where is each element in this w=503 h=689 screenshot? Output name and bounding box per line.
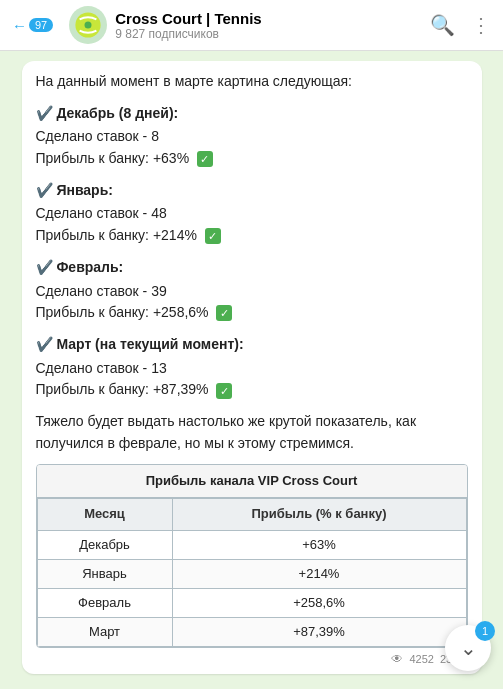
table-cell-profit: +87,39% xyxy=(172,618,466,647)
december-checkbox: ✓ xyxy=(197,151,213,167)
scroll-down-button[interactable]: 1 ⌄ xyxy=(445,625,491,671)
header-actions: 🔍 ⋮ xyxy=(430,13,491,37)
table-cell-month: Февраль xyxy=(37,588,172,617)
views-icon: 👁 xyxy=(391,652,403,666)
channel-avatar xyxy=(69,6,107,44)
svg-point-1 xyxy=(85,22,92,29)
intro-section: На данный момент в марте картина следующ… xyxy=(36,71,468,93)
channel-header: ← 97 Cross Court | Tennis 9 827 подписчи… xyxy=(0,0,503,51)
table-caption: Прибыль канала VIP Cross Court xyxy=(37,465,467,498)
january-profit: Прибыль к банку: +214% ✓ xyxy=(36,225,468,247)
january-bets: Сделано ставок - 48 xyxy=(36,203,468,225)
december-section: ✔️ ✔️ Декабрь (8 дней):Декабрь (8 дней):… xyxy=(36,103,468,170)
back-badge: 97 xyxy=(29,18,53,32)
february-bets: Сделано ставок - 39 xyxy=(36,281,468,303)
february-header: ✔️ Февраль: xyxy=(36,257,468,279)
back-arrow-icon: ← xyxy=(12,17,27,34)
table-cell-month: Декабрь xyxy=(37,530,172,559)
fab-container: 1 ⌄ xyxy=(445,625,491,671)
january-checkbox: ✓ xyxy=(205,228,221,244)
december-bets: Сделано ставок - 8 xyxy=(36,126,468,148)
more-icon[interactable]: ⋮ xyxy=(471,13,491,37)
message-bubble: На данный момент в марте картина следующ… xyxy=(22,61,482,674)
views-count: 4252 xyxy=(409,653,433,665)
profit-table-container: Прибыль канала VIP Cross Court Месяц При… xyxy=(36,464,468,648)
notification-badge: 1 xyxy=(475,621,495,641)
march-bets: Сделано ставок - 13 xyxy=(36,358,468,380)
checkmark-december: ✔️ xyxy=(36,105,57,121)
table-cell-month: Март xyxy=(37,618,172,647)
intro-text: На данный момент в марте картина следующ… xyxy=(36,73,352,89)
closing-text: Тяжело будет выдать настолько же крутой … xyxy=(36,413,417,451)
january-section: ✔️ Январь: Сделано ставок - 48 Прибыль к… xyxy=(36,180,468,247)
table-header-profit: Прибыль (% к банку) xyxy=(172,499,466,530)
march-checkbox: ✓ xyxy=(216,383,232,399)
table-row: Январь+214% xyxy=(37,559,466,588)
february-checkbox: ✓ xyxy=(216,305,232,321)
table-cell-month: Январь xyxy=(37,559,172,588)
table-cell-profit: +258,6% xyxy=(172,588,466,617)
back-button[interactable]: ← 97 xyxy=(12,17,55,34)
december-profit: Прибыль к банку: +63% ✓ xyxy=(36,148,468,170)
chevron-down-icon: ⌄ xyxy=(460,636,477,660)
table-cell-profit: +63% xyxy=(172,530,466,559)
january-header: ✔️ Январь: xyxy=(36,180,468,202)
march-header: ✔️ Март (на текущий момент): xyxy=(36,334,468,356)
table-header-month: Месяц xyxy=(37,499,172,530)
message-meta: 👁 4252 23:42 xyxy=(36,652,468,666)
table-cell-profit: +214% xyxy=(172,559,466,588)
channel-name: Cross Court | Tennis xyxy=(115,10,430,27)
march-section: ✔️ Март (на текущий момент): Сделано ста… xyxy=(36,334,468,401)
channel-info: Cross Court | Tennis 9 827 подписчиков xyxy=(115,10,430,41)
table-row: Февраль+258,6% xyxy=(37,588,466,617)
december-header: ✔️ ✔️ Декабрь (8 дней):Декабрь (8 дней): xyxy=(36,103,468,125)
closing-section: Тяжело будет выдать настолько же крутой … xyxy=(36,411,468,454)
search-icon[interactable]: 🔍 xyxy=(430,13,455,37)
message-content: На данный момент в марте картина следующ… xyxy=(36,71,468,648)
march-profit: Прибыль к банку: +87,39% ✓ xyxy=(36,379,468,401)
february-profit: Прибыль к банку: +258,6% ✓ xyxy=(36,302,468,324)
subscriber-count: 9 827 подписчиков xyxy=(115,27,430,41)
table-row: Март+87,39% xyxy=(37,618,466,647)
chat-background: На данный момент в марте картина следующ… xyxy=(0,51,503,689)
profit-table: Прибыль канала VIP Cross Court Месяц При… xyxy=(37,465,467,647)
february-section: ✔️ Февраль: Сделано ставок - 39 Прибыль … xyxy=(36,257,468,324)
table-row: Декабрь+63% xyxy=(37,530,466,559)
